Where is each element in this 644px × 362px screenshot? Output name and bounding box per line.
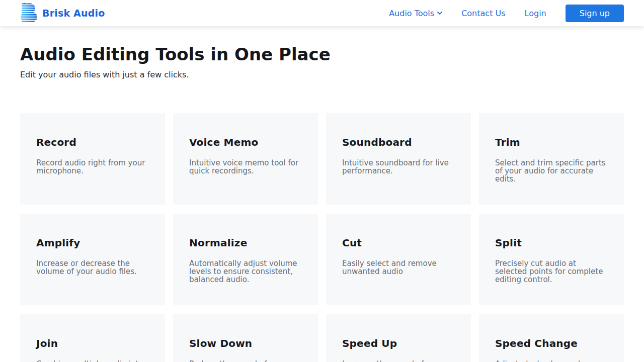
tool-card-description: Select and trim specific parts of your a… <box>495 159 608 183</box>
tool-card-title: Voice Memo <box>189 136 302 148</box>
nav-audio-tools-label: Audio Tools <box>389 9 434 18</box>
tool-card-title: Join <box>36 337 149 349</box>
tool-card-title: Split <box>495 237 608 249</box>
brand[interactable]: Brisk Audio <box>19 3 105 23</box>
tool-card-soundboard[interactable]: Soundboard Intuitive soundboard for live… <box>326 113 471 205</box>
tool-card-description: Increase or decrease the volume of your … <box>36 259 149 276</box>
tool-card-voice-memo[interactable]: Voice Memo Intuitive voice memo tool for… <box>173 113 318 205</box>
tool-card-title: Slow Down <box>189 337 302 349</box>
tool-card-speed-up[interactable]: Speed Up Increase the speed of your audi… <box>326 314 471 362</box>
tool-card-description: Increase the speed of your audio files. <box>342 360 455 362</box>
tool-card-description: Combine multiple audio into one track. <box>36 360 149 362</box>
nav-login[interactable]: Login <box>525 9 546 18</box>
header: Brisk Audio Audio Tools Contact Us Login… <box>0 0 644 26</box>
tool-card-normalize[interactable]: Normalize Automatically adjust volume le… <box>173 214 318 305</box>
tools-grid: Record Record audio right from your micr… <box>20 113 624 362</box>
main-content: Audio Editing Tools in One Place Edit yo… <box>0 44 644 362</box>
page-subtitle: Edit your audio files with just a few cl… <box>20 70 624 79</box>
tool-card-amplify[interactable]: Amplify Increase or decrease the volume … <box>20 214 165 305</box>
brand-name: Brisk Audio <box>42 8 105 19</box>
tool-card-slow-down[interactable]: Slow Down Reduce the speed of your audio… <box>173 314 318 362</box>
chevron-down-icon <box>437 12 442 15</box>
tool-card-description: Record audio right from your microphone. <box>36 159 149 175</box>
tool-card-record[interactable]: Record Record audio right from your micr… <box>20 113 165 205</box>
tool-card-split[interactable]: Split Precisely cut audio at selected po… <box>479 214 624 305</box>
tool-card-title: Amplify <box>36 237 149 249</box>
brand-logo-icon <box>19 3 38 23</box>
tool-card-description: Intuitive soundboard for live performanc… <box>342 159 455 175</box>
tool-card-cut[interactable]: Cut Easily select and remove unwanted au… <box>326 214 471 305</box>
tool-card-description: Reduce the speed of your audio files. <box>189 360 302 362</box>
tool-card-trim[interactable]: Trim Select and trim specific parts of y… <box>479 113 624 205</box>
tool-card-title: Record <box>36 136 149 148</box>
tool-card-title: Cut <box>342 237 455 249</box>
nav-audio-tools[interactable]: Audio Tools <box>389 9 442 18</box>
tool-card-description: Automatically adjust volume levels to en… <box>189 259 302 284</box>
main-nav: Audio Tools Contact Us Login Sign up <box>389 5 624 22</box>
tool-card-join[interactable]: Join Combine multiple audio into one tra… <box>20 314 165 362</box>
tool-card-description: Adjust playback speed without the pitch … <box>495 360 608 362</box>
page-title: Audio Editing Tools in One Place <box>20 44 624 65</box>
tool-card-description: Easily select and remove unwanted audio <box>342 259 455 276</box>
signup-button[interactable]: Sign up <box>566 5 624 22</box>
tool-card-description: Intuitive voice memo tool for quick reco… <box>189 159 302 175</box>
tool-card-title: Trim <box>495 136 608 148</box>
tool-card-description: Precisely cut audio at selected points f… <box>495 259 608 284</box>
nav-contact-us[interactable]: Contact Us <box>461 9 505 18</box>
tool-card-title: Normalize <box>189 237 302 249</box>
tool-card-title: Speed Up <box>342 337 455 349</box>
tool-card-speed-change[interactable]: Speed Change Adjust playback speed witho… <box>479 314 624 362</box>
tool-card-title: Speed Change <box>495 337 608 349</box>
tool-card-title: Soundboard <box>342 136 455 148</box>
